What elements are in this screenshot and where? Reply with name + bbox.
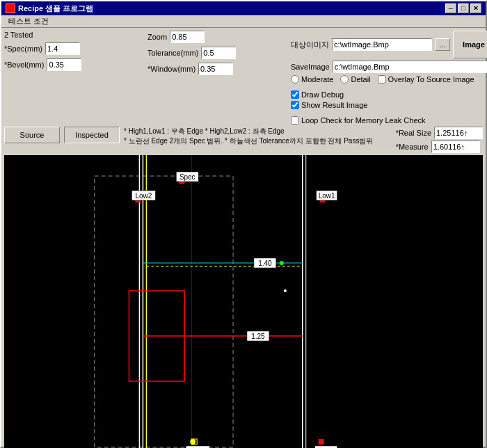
moderate-radio[interactable]: [291, 75, 299, 83]
spec-label: *Spec(mm): [4, 45, 42, 53]
zoom-label: Zoom: [147, 33, 167, 41]
save-image-row: SaveImage: [291, 61, 487, 73]
info-text-area: * High1,Low1 : 우측 Edge * High2,Low2 : 좌측…: [124, 127, 392, 146]
window-row: *Window(mm): [147, 63, 287, 75]
tested-row: 2 Tested: [4, 31, 143, 39]
svg-point-24: [280, 261, 284, 265]
target-image-input[interactable]: [332, 38, 432, 51]
app-icon: [6, 3, 15, 13]
tolerance-input[interactable]: [201, 47, 236, 59]
moderate-radio-group: Moderate: [291, 75, 333, 83]
info-line1: * High1,Low1 : 우측 Edge * High2,Low2 : 좌측…: [124, 127, 392, 136]
tolerance-label: Tolerance(mm): [147, 49, 198, 57]
moderate-label: Moderate: [301, 75, 333, 83]
svg-text:Spec: Spec: [179, 173, 195, 181]
info-line2: * 노란선 Edge 2개의 Spec 범위. * 하늘색선 Tolerance…: [124, 136, 392, 146]
title-buttons: ─ □ ✕: [445, 3, 481, 13]
svg-rect-15: [319, 439, 324, 445]
options-row-2: Show Result Image Loop Check for Memory …: [291, 101, 487, 125]
menu-bar: 테스트 조건: [1, 15, 486, 28]
svg-text:1.25: 1.25: [251, 333, 265, 340]
image-button[interactable]: Image: [453, 31, 487, 58]
content-area: 2 Tested *Spec(mm) *Bevel(mm) Zoom: [1, 28, 486, 448]
close-button[interactable]: ✕: [470, 3, 481, 13]
save-image-input[interactable]: [333, 61, 487, 73]
main-window: Recipe 샘플 프로그램 ─ □ ✕ 테스트 조건 2 Tested *Sp…: [0, 0, 487, 448]
canvas-svg: Spec Low2 Low1 1.40 1.25: [4, 155, 483, 448]
target-image-label: 대상이미지: [291, 40, 329, 50]
options-row: Moderate Detail Overlay To Source Image …: [291, 75, 487, 99]
detail-label: Detail: [351, 75, 370, 83]
measure-input[interactable]: [431, 141, 480, 153]
real-size-section: *Real Size *Measure: [396, 127, 483, 153]
svg-text:Low2: Low2: [136, 192, 152, 200]
show-result-label: Show Result Image: [301, 101, 367, 109]
real-size-label: *Real Size: [396, 129, 431, 137]
minimize-button[interactable]: ─: [445, 3, 456, 13]
source-button[interactable]: Source: [4, 127, 60, 143]
zoom-row: Zoom: [147, 31, 287, 43]
svg-text:1.40: 1.40: [258, 259, 272, 267]
overlay-checkbox-group: Overlay To Source Image: [378, 75, 474, 83]
svg-point-31: [284, 289, 287, 292]
top-controls: 2 Tested *Spec(mm) *Bevel(mm) Zoom: [4, 31, 483, 125]
inspected-button[interactable]: Inspected: [64, 127, 120, 143]
overlay-checkbox[interactable]: [378, 75, 386, 83]
title-bar-left: Recipe 샘플 프로그램: [6, 3, 93, 14]
real-size-input[interactable]: [434, 127, 483, 139]
window-input[interactable]: [198, 63, 233, 75]
target-image-row: 대상이미지 ... Image: [291, 31, 487, 58]
tolerance-row: Tolerance(mm): [147, 47, 287, 59]
overlay-label: Overlay To Source Image: [388, 75, 474, 83]
bevel-row: *Bevel(mm): [4, 58, 143, 71]
canvas-area: Spec Low2 Low1 1.40 1.25: [4, 155, 483, 448]
window-label: *Window(mm): [147, 65, 195, 73]
draw-debug-checkbox-group: Draw Debug: [291, 90, 344, 99]
browse-button[interactable]: ...: [435, 38, 450, 51]
bevel-input[interactable]: [47, 58, 81, 71]
title-bar: Recipe 샘플 프로그램 ─ □ ✕: [1, 1, 486, 15]
zoom-input[interactable]: [170, 31, 205, 43]
loop-check-label: Loop Check for Memory Leak Check: [301, 116, 426, 125]
loop-check-checkbox-group: Loop Check for Memory Leak Check: [291, 116, 426, 125]
measure-row: *Measure: [396, 141, 483, 153]
measure-label: *Measure: [396, 143, 429, 151]
detail-radio-group: Detail: [340, 75, 370, 83]
maximize-button[interactable]: □: [458, 3, 469, 13]
svg-rect-0: [95, 176, 233, 447]
loop-check-checkbox[interactable]: [291, 116, 299, 125]
svg-text:Low1: Low1: [319, 192, 335, 200]
center-controls: Zoom Tolerance(mm) *Window(mm): [147, 31, 287, 77]
bevel-label: *Bevel(mm): [4, 61, 44, 69]
right-controls: 대상이미지 ... Image SaveImage Moderate: [291, 31, 487, 125]
draw-debug-checkbox[interactable]: [291, 90, 299, 99]
buttons-info-row: Source Inspected * High1,Low1 : 우측 Edge …: [4, 127, 483, 153]
tested-label: 2 Tested: [4, 31, 33, 39]
real-size-row: *Real Size: [396, 127, 483, 139]
show-result-checkbox-group: Show Result Image: [291, 101, 367, 109]
left-controls: 2 Tested *Spec(mm) *Bevel(mm): [4, 31, 143, 72]
window-title: Recipe 샘플 프로그램: [18, 3, 93, 14]
svg-point-14: [190, 439, 195, 445]
save-image-label: SaveImage: [291, 63, 330, 71]
spec-input[interactable]: [45, 42, 80, 55]
show-result-checkbox[interactable]: [291, 101, 299, 109]
detail-radio[interactable]: [340, 75, 349, 83]
menu-item-test[interactable]: 테스트 조건: [4, 15, 53, 27]
spec-row: *Spec(mm): [4, 42, 143, 55]
draw-debug-label: Draw Debug: [301, 90, 344, 99]
